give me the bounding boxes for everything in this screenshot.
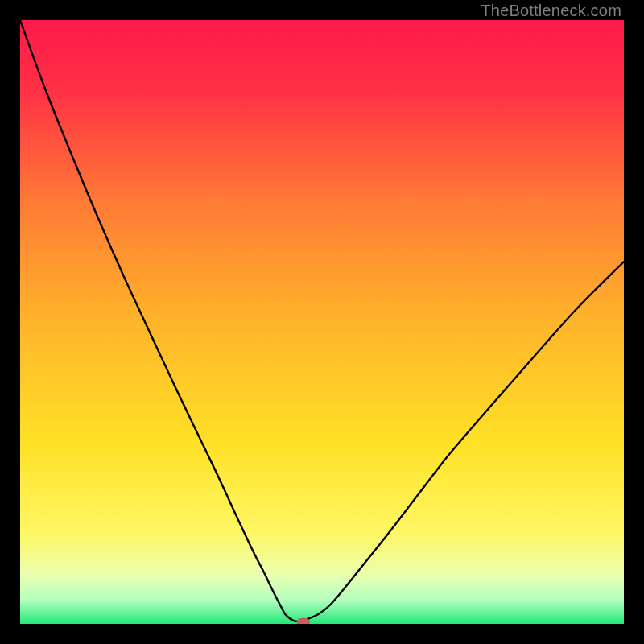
watermark-text: TheBottleneck.com bbox=[481, 2, 621, 20]
chart-frame: TheBottleneck.com bbox=[0, 0, 644, 644]
plot-area bbox=[20, 20, 624, 624]
chart-svg bbox=[20, 20, 624, 624]
gradient-background bbox=[20, 20, 624, 624]
